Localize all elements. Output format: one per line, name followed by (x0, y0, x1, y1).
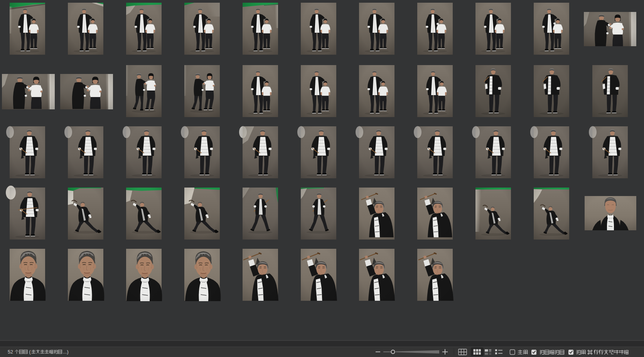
svg-text:(: ( (29, 349, 31, 355)
svg-text:52: 52 (8, 349, 13, 355)
svg-text:...): ...) (63, 349, 69, 355)
